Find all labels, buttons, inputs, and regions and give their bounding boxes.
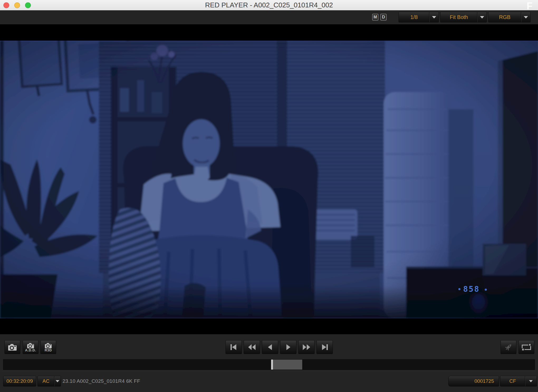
red-rocket-button[interactable]	[501, 340, 516, 354]
loop-region-button[interactable]	[518, 340, 534, 354]
play-button[interactable]	[280, 340, 296, 354]
frame-counter-display[interactable]: 0001725	[448, 376, 499, 386]
region-marks-icon	[521, 343, 532, 351]
fast-forward-icon	[302, 344, 311, 351]
rewind-button[interactable]	[244, 340, 260, 354]
snapshot-add-button[interactable]: A.D.D.	[23, 340, 39, 354]
camera-icon	[44, 342, 52, 349]
skip-to-start-button[interactable]	[225, 340, 242, 354]
chevron-down-icon	[480, 16, 484, 18]
channel-arrow[interactable]	[521, 12, 530, 22]
fit-mode-dropdown[interactable]: Fit Both	[440, 12, 487, 22]
video-frame: 858	[0, 41, 538, 318]
fit-mode-arrow[interactable]	[477, 12, 487, 22]
video-scene: 858	[0, 41, 538, 318]
chevron-down-icon	[524, 16, 528, 18]
corner-f-badge: F	[527, 1, 533, 12]
transport-controls	[225, 340, 333, 354]
skip-end-icon	[320, 344, 329, 351]
frame-counter-value: 0001725	[449, 376, 499, 386]
zoom-level-arrow[interactable]	[429, 12, 439, 22]
zoom-level-dropdown[interactable]: 1/8	[398, 12, 439, 22]
timeline-cache-segment	[273, 360, 302, 370]
camera-icon	[7, 343, 17, 351]
timecode-display[interactable]: 00:32:20:09	[3, 376, 36, 386]
fit-mode-value: Fit Both	[440, 12, 477, 22]
title-bar: RED PLAYER - A002_C025_0101R4_002 F	[0, 0, 538, 11]
alarm-clock-led: 858	[463, 284, 480, 294]
fast-forward-button[interactable]	[298, 340, 315, 354]
snapshot-add-label: A.D.D.	[25, 348, 36, 352]
timecode-value: 00:32:20:09	[3, 376, 36, 386]
play-icon	[284, 344, 293, 351]
skip-to-end-button[interactable]	[316, 340, 333, 354]
timeline-playhead[interactable]	[271, 360, 273, 370]
timecode-mode-arrow[interactable]	[54, 376, 61, 386]
clip-info-text: 23.10 A002_C025_0101R4 6K FF	[63, 376, 140, 386]
zoom-level-value: 1/8	[399, 12, 429, 22]
chevron-down-icon	[529, 380, 533, 382]
timeline-divider	[0, 371, 538, 371]
snapshot-r3d-button[interactable]: R3D	[40, 340, 56, 354]
viewer-letterbox: 858	[0, 24, 538, 334]
top-toolbar: M D 1/8 Fit Both RGB	[0, 10, 538, 24]
rocket-icon	[504, 342, 513, 352]
red-player-window: RED PLAYER - A002_C025_0101R4_002 F M D …	[0, 0, 538, 392]
timecode-mode-dropdown[interactable]: AC	[37, 376, 61, 386]
timecode-mode-value: AC	[38, 376, 54, 386]
chevron-down-icon	[432, 16, 436, 18]
control-panel: A.D.D. R3D	[0, 334, 538, 392]
step-back-button[interactable]	[262, 340, 278, 354]
window-title: RED PLAYER - A002_C025_0101R4_002	[0, 0, 538, 10]
chevron-down-icon	[56, 380, 59, 382]
snapshot-r3d-label: R3D	[45, 348, 52, 352]
media-mode-dropdown[interactable]: CF	[500, 376, 537, 386]
skip-start-icon	[229, 344, 238, 351]
camera-icon	[26, 342, 35, 349]
metadata-m-button[interactable]: M	[372, 14, 378, 21]
channel-dropdown[interactable]: RGB	[488, 12, 531, 22]
timeline-scrubber[interactable]	[3, 359, 535, 370]
step-back-icon	[266, 344, 275, 351]
channel-value: RGB	[488, 12, 521, 22]
rewind-icon	[247, 344, 256, 351]
media-mode-arrow[interactable]	[525, 376, 537, 386]
debayer-d-button[interactable]: D	[380, 14, 387, 21]
media-mode-value: CF	[500, 376, 525, 386]
snapshot-button[interactable]	[4, 340, 20, 354]
